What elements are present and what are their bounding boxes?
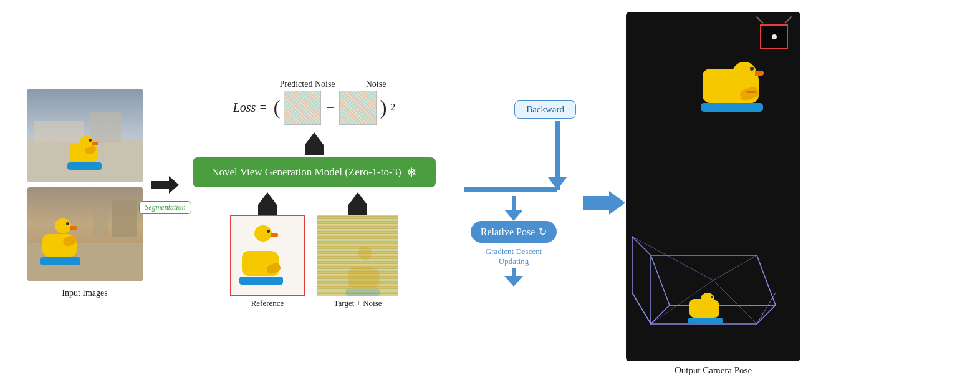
svg-marker-1 [305, 132, 324, 155]
close-paren: ) [380, 96, 387, 119]
down-arrow-2 [504, 268, 523, 287]
noise-box [339, 91, 377, 125]
model-box: Novel View Generation Model (Zero-1-to-3… [193, 157, 436, 187]
wireframe-cube [632, 224, 794, 336]
pose-section: Relative Pose ↻ Gradient Descent Updatin… [471, 196, 557, 287]
svg-marker-9 [504, 210, 523, 221]
reference-box [230, 215, 305, 296]
output-label: Output Camera Pose [675, 365, 752, 376]
input-to-ref-arrow: Segmentation [150, 174, 181, 214]
svg-marker-15 [632, 237, 651, 324]
noise-labels: Predicted Noise Noise [233, 79, 395, 89]
svg-marker-11 [504, 276, 523, 287]
right-flow-panel: Backward Relat [445, 12, 582, 375]
svg-line-18 [757, 255, 776, 305]
svg-line-20 [632, 237, 713, 280]
bottom-inputs: Reference Target + Noise [230, 192, 398, 308]
middle-panel: Predicted Noise Noise Loss = ( − ) 2 Nov… [183, 12, 445, 375]
target-noise-box [317, 215, 398, 296]
squared-sign: 2 [390, 102, 395, 113]
down-arrow-1 [504, 196, 523, 221]
open-paren: ( [274, 96, 281, 119]
minus-sign: − [325, 99, 335, 116]
input-image-top [27, 89, 143, 182]
predicted-noise-box [284, 91, 321, 125]
snowflake-icon: ❄ [406, 165, 417, 180]
gradient-text: Gradient Descent Updating [486, 247, 542, 267]
relative-pose-box: Relative Pose ↻ [471, 221, 557, 243]
output-camera-view [626, 12, 800, 361]
svg-marker-3 [348, 192, 367, 215]
camera-indicator [760, 24, 788, 49]
svg-line-21 [713, 255, 757, 280]
refresh-icon: ↻ [539, 226, 547, 238]
input-images-panel: Input Images [22, 89, 147, 298]
target-up-arrow [348, 192, 367, 215]
loss-area: Predicted Noise Noise Loss = ( − ) 2 [233, 79, 396, 125]
loss-equation: Loss = ( − ) 2 [233, 91, 396, 125]
reference-label: Reference [251, 298, 284, 308]
model-label: Novel View Generation Model (Zero-1-to-3… [211, 166, 401, 179]
relative-pose-label: Relative Pose [481, 227, 536, 238]
output-panel: Output Camera Pose [626, 12, 800, 376]
svg-line-16 [632, 293, 651, 324]
noise-label: Noise [366, 79, 387, 89]
backward-box: Backward [514, 100, 576, 119]
loss-label: Loss = [233, 100, 267, 115]
ref-up-arrow [258, 192, 277, 215]
diagram-container: Input Images Segmentation Predicted Nois… [16, 9, 964, 378]
target-label: Target + Noise [334, 298, 382, 308]
predicted-noise-label: Predicted Noise [280, 79, 335, 89]
svg-marker-12 [583, 191, 625, 215]
svg-line-19 [632, 237, 651, 255]
svg-marker-7 [454, 180, 464, 199]
duck-3d-top [688, 62, 788, 137]
svg-marker-2 [258, 192, 277, 215]
pose-to-output-arrow [582, 191, 626, 215]
input-images-label: Input Images [62, 288, 107, 298]
input-image-bottom [27, 187, 143, 281]
target-column: Target + Noise [317, 192, 398, 308]
reference-column: Reference [230, 192, 305, 308]
model-to-loss-arrow [305, 132, 324, 155]
svg-marker-0 [151, 176, 179, 194]
